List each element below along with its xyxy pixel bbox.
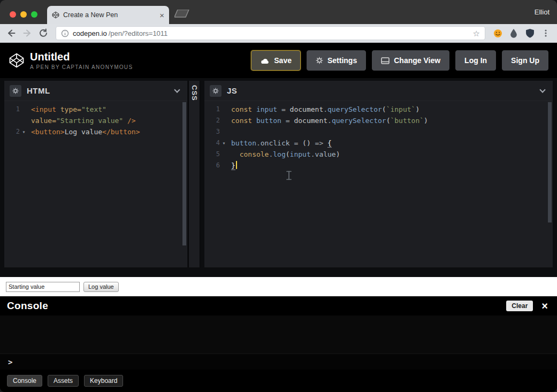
- code-fold-icon[interactable]: ▾: [221, 137, 227, 149]
- sign-up-button[interactable]: Sign Up: [502, 50, 548, 71]
- back-icon[interactable]: [5, 27, 17, 39]
- site-info-icon[interactable]: [61, 29, 69, 37]
- console-output: [0, 316, 557, 353]
- save-button-label: Save: [274, 56, 292, 65]
- js-editor-title: JS: [227, 86, 237, 95]
- js-code-line[interactable]: 1const input = document.querySelector(`i…: [204, 104, 553, 115]
- console-clear-button[interactable]: Clear: [506, 301, 533, 311]
- html-editor-gear-icon[interactable]: [10, 85, 21, 97]
- codepen-favicon-icon: [52, 11, 59, 19]
- line-number-gutter: [4, 115, 28, 126]
- js-editor-header: JS: [204, 81, 553, 101]
- pen-titles: Untitled A PEN BY CAPTAIN ANONYMOUS: [30, 51, 133, 70]
- codepen-header: Untitled A PEN BY CAPTAIN ANONYMOUS Save…: [0, 43, 557, 78]
- console-close-icon[interactable]: ×: [539, 301, 550, 311]
- console-tab-keyboard[interactable]: Keyboard: [84, 375, 123, 387]
- browser-address-bar: codepen.io /pen/?editors=1011 ☆: [0, 24, 557, 43]
- html-code-line[interactable]: 1<input type="text": [4, 104, 187, 115]
- css-editor-title[interactable]: CSS: [190, 81, 199, 101]
- js-code-line[interactable]: 5 console.log(input.value): [204, 149, 553, 160]
- js-code-line[interactable]: 3: [204, 126, 553, 137]
- mouse-ibeam-cursor: [286, 171, 292, 182]
- html-code-line[interactable]: value="Starting value" />: [4, 115, 187, 126]
- line-number-gutter: 2: [204, 115, 228, 126]
- log-in-button[interactable]: Log In: [455, 50, 496, 71]
- console-tab-console[interactable]: Console: [7, 375, 42, 387]
- html-editor-title: HTML: [27, 86, 50, 95]
- browser-menu-icon[interactable]: [540, 27, 552, 39]
- scrollbar-thumb[interactable]: [182, 102, 186, 245]
- console-tab-assets[interactable]: Assets: [48, 375, 79, 387]
- js-code-area[interactable]: 1const input = document.querySelector(`i…: [204, 101, 553, 267]
- text-caret: [236, 161, 237, 169]
- line-number-gutter: 4▾: [204, 137, 228, 149]
- extension-shield-icon[interactable]: [524, 27, 536, 39]
- line-number-gutter: 5: [204, 149, 228, 160]
- new-tab-button[interactable]: [174, 10, 189, 20]
- console-title: Console: [7, 300, 48, 312]
- window-controls: [10, 11, 37, 18]
- console-header: Console Clear ×: [0, 296, 557, 316]
- line-number-gutter: 3: [204, 126, 228, 137]
- change-view-button[interactable]: Change View: [372, 50, 449, 71]
- js-code-line[interactable]: 4▾button.onclick = () => {: [204, 137, 553, 149]
- html-editor-header: HTML: [4, 81, 187, 101]
- console-tab-bar: ConsoleAssetsKeyboard: [0, 370, 557, 392]
- preview-text-input[interactable]: [6, 282, 80, 292]
- save-button[interactable]: Save: [251, 50, 301, 71]
- preview-log-value-button[interactable]: Log value: [83, 282, 119, 292]
- extension-drop-icon[interactable]: [508, 27, 520, 39]
- log-in-button-label: Log In: [464, 56, 487, 65]
- settings-button-label: Settings: [327, 56, 357, 65]
- html-editor-scrollbar[interactable]: [182, 102, 186, 265]
- extension-emoji-icon[interactable]: [492, 27, 503, 39]
- console-input-row[interactable]: >: [0, 353, 557, 370]
- pen-title[interactable]: Untitled: [30, 51, 133, 63]
- sign-up-button-label: Sign Up: [511, 56, 539, 65]
- html-code-line[interactable]: 2▾<button>Log value</button>: [4, 126, 187, 137]
- js-editor-chevron-down-icon[interactable]: [538, 86, 547, 96]
- minimize-window-button[interactable]: [20, 11, 27, 18]
- console-panel: Console Clear × > ConsoleAssetsKeyboard: [0, 296, 557, 392]
- zoom-window-button[interactable]: [31, 11, 37, 18]
- url-path: /pen/?editors=1011: [109, 29, 168, 37]
- cloud-icon: [260, 57, 270, 64]
- console-prompt-caret: >: [8, 358, 12, 366]
- settings-button[interactable]: Settings: [307, 50, 366, 71]
- change-view-button-label: Change View: [394, 56, 440, 65]
- js-code-line[interactable]: 6}: [204, 160, 553, 171]
- line-number-gutter: 6: [204, 160, 228, 171]
- html-editor-chevron-down-icon[interactable]: [172, 86, 182, 96]
- line-number-gutter: 1: [204, 104, 228, 115]
- header-buttons: Save Settings Change View Log In: [251, 50, 548, 71]
- css-editor-collapsed-pane[interactable]: CSS: [188, 81, 200, 267]
- scrollbar-thumb[interactable]: [548, 102, 552, 222]
- pen-byline: A PEN BY CAPTAIN ANONYMOUS: [30, 64, 133, 70]
- preview-pane: Log value: [0, 277, 557, 296]
- line-number-gutter: 1: [4, 104, 28, 115]
- close-window-button[interactable]: [10, 11, 16, 18]
- browser-window: Create a New Pen × Elliot codepen.io /pe…: [0, 0, 557, 392]
- browser-profile-name[interactable]: Elliot: [535, 8, 557, 16]
- layout-icon: [381, 57, 390, 64]
- browser-tab[interactable]: Create a New Pen ×: [47, 6, 169, 24]
- editor-region: HTML 1<input type="text"value="Starting …: [0, 78, 557, 277]
- js-editor-pane: JS 1const input = document.querySelector…: [204, 81, 553, 267]
- url-host: codepen.io: [73, 29, 107, 37]
- reload-icon[interactable]: [37, 27, 49, 39]
- browser-tab-strip: Create a New Pen × Elliot: [0, 0, 557, 24]
- line-number-gutter: 2▾: [4, 126, 28, 137]
- code-fold-icon[interactable]: ▾: [21, 126, 27, 137]
- gear-icon: [316, 57, 323, 64]
- html-editor-pane: HTML 1<input type="text"value="Starting …: [4, 81, 187, 267]
- js-editor-gear-icon[interactable]: [210, 85, 222, 97]
- tab-close-icon[interactable]: ×: [159, 11, 164, 19]
- tab-title: Create a New Pen: [63, 11, 156, 19]
- url-bar[interactable]: codepen.io /pen/?editors=1011 ☆: [56, 26, 485, 40]
- forward-icon: [21, 27, 33, 39]
- js-editor-scrollbar[interactable]: [548, 102, 552, 265]
- js-code-line[interactable]: 2const button = document.querySelector(`…: [204, 115, 553, 126]
- codepen-logo-icon[interactable]: [9, 52, 25, 68]
- html-code-area[interactable]: 1<input type="text"value="Starting value…: [4, 101, 187, 267]
- bookmark-star-icon[interactable]: ☆: [473, 29, 480, 37]
